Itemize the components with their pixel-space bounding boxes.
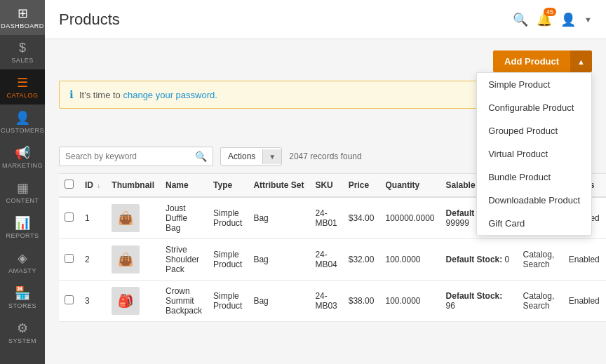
row-checkbox-0[interactable] (65, 213, 74, 222)
sidebar-item-system[interactable]: ⚙ System (0, 315, 45, 350)
cell-type: Simple Product (208, 197, 248, 239)
sidebar-item-marketing[interactable]: 📢 Marketing (0, 140, 45, 175)
alert-icon: ℹ (69, 88, 74, 101)
column-price[interactable]: Price (343, 174, 380, 198)
sidebar-item-label: Reports (6, 232, 39, 239)
cell-status: Enabled (563, 239, 605, 281)
add-product-dropdown: Simple Product Configurable Product Grou… (476, 72, 592, 236)
column-quantity[interactable]: Quantity (379, 174, 440, 198)
dropdown-item-bundle[interactable]: Bundle Product (477, 166, 591, 189)
page-header: Products 🔍 🔔 45 👤 ▼ (45, 0, 606, 39)
add-product-wrapper: Add Product ▲ Simple Product Configurabl… (493, 50, 592, 72)
column-id[interactable]: ID ↓ (79, 174, 106, 198)
product-thumbnail: 👜 (112, 204, 140, 232)
sidebar-item-catalog[interactable]: ☰ Catalog (0, 69, 45, 105)
search-submit-icon[interactable]: 🔍 (195, 151, 207, 162)
cell-attribute-set: Bag (248, 281, 309, 322)
sidebar-item-label: Content (6, 197, 39, 204)
sidebar-item-label: System (8, 337, 36, 344)
change-password-link[interactable]: change your password. (123, 90, 217, 100)
dropdown-item-virtual[interactable]: Virtual Product (477, 142, 591, 166)
dropdown-item-configurable[interactable]: Configurable Product (477, 96, 591, 119)
sidebar-item-label: Amasty (8, 267, 36, 274)
reports-icon: 📊 (15, 215, 30, 231)
header-actions: 🔍 🔔 45 👤 ▼ (513, 12, 592, 27)
dropdown-item-downloadable[interactable]: Downloadable Product (477, 189, 591, 212)
dropdown-item-grouped[interactable]: Grouped Product (477, 119, 591, 142)
sort-id-icon: ↓ (97, 182, 100, 189)
dashboard-icon: ⊞ (18, 6, 28, 21)
cell-quantity: 100.0000 (379, 281, 440, 322)
cell-price: $38.00 (343, 281, 380, 322)
cell-attribute-set: Bag (248, 197, 309, 239)
sidebar-item-amasty[interactable]: ◈ Amasty (0, 245, 45, 280)
column-thumbnail: Thumbnail (106, 174, 160, 198)
cell-id: 3 (79, 281, 106, 322)
search-icon[interactable]: 🔍 (513, 12, 528, 27)
add-product-button[interactable]: Add Product (493, 50, 570, 72)
main-content: Products 🔍 🔔 45 👤 ▼ Add Product ▲ Simple… (45, 0, 606, 364)
user-avatar[interactable]: 👤 (560, 12, 576, 27)
sales-icon: $ (19, 41, 26, 55)
actions-select[interactable]: Actions ▼ (220, 147, 282, 166)
row-checkbox-cell (59, 239, 79, 281)
add-product-dropdown-toggle[interactable]: ▲ (570, 50, 592, 72)
content-area: Add Product ▲ Simple Product Configurabl… (45, 39, 606, 364)
notification-bell[interactable]: 🔔 45 (537, 12, 552, 27)
cell-type: Simple Product (208, 239, 248, 281)
amasty-icon: ◈ (18, 250, 27, 266)
cell-sku: 24-MB01 (309, 197, 342, 239)
column-type[interactable]: Type (208, 174, 248, 198)
row-checkbox-2[interactable] (65, 295, 74, 304)
cell-thumbnail: 🎒 (106, 281, 160, 322)
product-thumbnail: 🎒 (112, 287, 140, 315)
sidebar-item-stores[interactable]: 🏪 Stores (0, 280, 45, 315)
cell-id: 1 (79, 197, 106, 239)
cell-price: $34.00 (343, 197, 380, 239)
dropdown-item-simple[interactable]: Simple Product (477, 73, 591, 96)
cell-salable-quantity: Default Stock: 96 (440, 281, 518, 322)
column-sku[interactable]: SKU (309, 174, 342, 198)
cell-type: Simple Product (208, 281, 248, 322)
column-select (59, 174, 79, 198)
notification-badge: 45 (544, 8, 556, 16)
sidebar: ⊞ Dashboard $ Sales ☰ Catalog 👤 Customer… (0, 0, 45, 364)
cell-quantity: 100000.0000 (379, 197, 440, 239)
toolbar: Add Product ▲ Simple Product Configurabl… (59, 50, 592, 72)
sidebar-item-dashboard[interactable]: ⊞ Dashboard (0, 0, 45, 35)
cell-thumbnail: 👜 (106, 239, 160, 281)
marketing-icon: 📢 (15, 145, 30, 161)
search-box[interactable]: 🔍 (59, 147, 213, 166)
dropdown-arrow-icon[interactable]: ▼ (584, 15, 592, 24)
dropdown-item-giftcard[interactable]: Gift Card (477, 212, 591, 235)
row-checkbox-cell (59, 281, 79, 322)
table-row: 3 🎒 Crown Summit Backpack Simple Product… (59, 281, 606, 322)
cell-id: 2 (79, 239, 106, 281)
column-attribute-set[interactable]: Attribute Set (248, 174, 309, 198)
select-all-checkbox[interactable] (65, 180, 74, 189)
stores-icon: 🏪 (15, 285, 30, 301)
row-checkbox-1[interactable] (65, 254, 74, 263)
cell-quantity: 100.0000 (379, 239, 440, 281)
sidebar-item-content[interactable]: ▦ Content (0, 175, 45, 210)
search-input[interactable] (65, 151, 195, 161)
cell-status: Enabled (563, 281, 605, 322)
customers-icon: 👤 (15, 110, 30, 126)
row-checkbox-cell (59, 197, 79, 239)
page-title: Products (59, 11, 120, 29)
sidebar-item-customers[interactable]: 👤 Customers (0, 105, 45, 140)
cell-name: Strive Shoulder Pack (160, 239, 208, 281)
sidebar-item-label: Dashboard (1, 22, 44, 29)
table-row: 2 👜 Strive Shoulder Pack Simple Product … (59, 239, 606, 281)
cell-visibility: Catalog, Search (518, 281, 563, 322)
cell-thumbnail: 👜 (106, 197, 160, 239)
column-name[interactable]: Name (160, 174, 208, 198)
cell-visibility: Catalog, Search (518, 239, 563, 281)
sidebar-item-sales[interactable]: $ Sales (0, 35, 45, 69)
alert-text: It's time to change your password. (79, 90, 217, 100)
content-icon: ▦ (17, 180, 29, 196)
sidebar-item-reports[interactable]: 📊 Reports (0, 210, 45, 245)
actions-label: Actions (221, 148, 262, 165)
actions-dropdown-arrow[interactable]: ▼ (262, 149, 281, 164)
sidebar-item-label: Stores (8, 302, 36, 309)
